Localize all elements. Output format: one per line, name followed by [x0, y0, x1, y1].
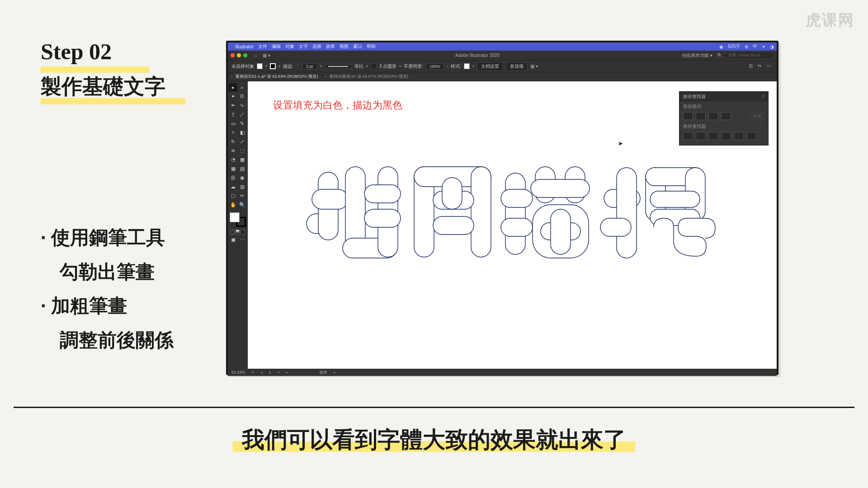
fill-swatch[interactable] [257, 63, 263, 69]
unite-button[interactable] [683, 112, 693, 120]
opacity-input[interactable]: 100% [426, 63, 444, 70]
menu-file[interactable]: 文件 [258, 43, 267, 50]
zoom-tool[interactable]: 🔍 [238, 201, 246, 209]
gradient-tool[interactable]: ▨ [238, 164, 246, 173]
artboard-nav[interactable]: 1 [269, 370, 271, 375]
close-button[interactable] [231, 53, 235, 57]
shape-builder-tool[interactable]: ◔ [229, 155, 237, 164]
record-icon[interactable]: ◉ [719, 44, 723, 49]
outline-button[interactable] [734, 132, 744, 140]
curvature-tool[interactable]: ∿ [238, 101, 246, 110]
step-subtitle: 製作基礎文字 [41, 73, 217, 101]
edit-toolbar[interactable]: ⋯ [238, 235, 246, 244]
trim-button[interactable] [696, 132, 706, 140]
scale-tool[interactable]: ⤢ [238, 137, 246, 146]
align-icon[interactable]: ▦ ▾ [530, 64, 538, 69]
menu-type[interactable]: 文字 [299, 43, 308, 50]
status-icon[interactable]: ◑ [770, 44, 774, 49]
lasso-tool[interactable]: ʘ [238, 92, 246, 101]
svg-rect-16 [501, 218, 533, 236]
watermark: 虎课网 [806, 10, 854, 31]
line-tool[interactable]: ／ [238, 110, 246, 119]
hand-tool[interactable]: ✋ [229, 201, 237, 209]
doc-setup-button[interactable]: 文档设置 [477, 62, 503, 71]
pathfinder-title: 路径查找器 [683, 94, 706, 100]
tab-1[interactable]: 案例演示01-1.ai* @ 62.63% (RGB/GPU 预览) [236, 74, 318, 80]
ctrl-icon-3[interactable]: ▭ [767, 63, 773, 70]
selection-tool[interactable]: ▸ [229, 83, 237, 92]
type-tool[interactable]: T [229, 110, 237, 119]
status-bar: 62.63% ▾ ◂ 1 ▾ ▸ 选择 ▸ [228, 369, 777, 376]
stroke-profile[interactable] [325, 64, 352, 69]
graph-tool[interactable]: ▥ [238, 183, 246, 191]
menu-edit[interactable]: 编辑 [272, 43, 281, 50]
style-swatch[interactable] [464, 63, 470, 69]
panel-menu-icon[interactable]: ≡ [762, 94, 764, 100]
slice-tool[interactable]: ✂ [238, 192, 246, 200]
home-icon[interactable]: ⌂ [255, 53, 257, 58]
expand-button[interactable]: 扩展 [750, 113, 764, 120]
ctrl-icon-1[interactable]: ▥ [749, 63, 755, 70]
shaper-tool[interactable]: ✧ [229, 128, 237, 137]
prefs-button[interactable]: 首选项 [506, 62, 528, 71]
menu-select[interactable]: 选择 [312, 43, 321, 50]
menu-view[interactable]: 视图 [340, 43, 349, 50]
status-selection: 选择 [319, 370, 327, 375]
mesh-tool[interactable]: ▦ [229, 164, 237, 173]
zoom-level[interactable]: 62.63% [231, 370, 245, 375]
wifi-icon[interactable]: ⊕ [745, 44, 748, 49]
corner-icon[interactable] [371, 63, 377, 69]
rect-tool[interactable]: ▭ [229, 119, 237, 128]
minimize-button[interactable] [237, 53, 241, 57]
crop-button[interactable] [721, 132, 731, 140]
perspective-tool[interactable]: ▩ [238, 155, 246, 164]
direct-select-tool[interactable]: ▹ [238, 83, 246, 92]
pathfinder-panel[interactable]: 路径查找器≡ 形状模式: 扩展 路径查找器: [679, 91, 769, 145]
ctrl-icon-2[interactable]: ⇆ [758, 63, 764, 70]
tab-2[interactable]: 教程09案例.ai* @ 66.67% (RGB/GPU 预览) [330, 74, 408, 80]
stroke-width-input[interactable]: 2 pt [302, 63, 317, 70]
minus-back-button[interactable] [746, 132, 756, 140]
tab-close-1[interactable]: × [231, 75, 233, 79]
screen-mode-tool[interactable]: ▣ [229, 235, 237, 244]
canvas[interactable]: 设置填充为白色，描边为黑色 ➤ [248, 81, 777, 369]
ime-icon[interactable]: 中 [753, 43, 757, 50]
zoom-button[interactable] [243, 53, 247, 57]
free-transform-tool[interactable]: ⬚ [238, 146, 246, 155]
brush-tool[interactable]: ✎ [238, 119, 246, 128]
pathfinders-label: 路径查找器: [679, 122, 768, 131]
magic-wand-tool[interactable]: ✦ [229, 92, 237, 101]
rotate-tool[interactable]: ↻ [229, 137, 237, 146]
menu-window[interactable]: 窗口 [353, 43, 362, 50]
traffic-lights[interactable] [231, 53, 247, 57]
minus-front-button[interactable] [696, 112, 706, 120]
fill-stroke-indicator[interactable] [230, 212, 246, 227]
symbol-tool[interactable]: ☁ [229, 183, 237, 191]
artboard-tool[interactable]: ▢ [229, 192, 237, 200]
search-input[interactable]: 搜索 Adobe Stock [724, 52, 774, 59]
pen-tool[interactable]: ✒ [229, 101, 237, 110]
blend-tool[interactable]: ◉ [238, 174, 246, 182]
eyedropper-tool[interactable]: ⦿ [229, 174, 237, 182]
wechat-icon[interactable]: ✦ [762, 44, 765, 49]
color-mode-row[interactable] [230, 230, 245, 235]
intersect-button[interactable] [708, 112, 718, 120]
svg-rect-6 [364, 185, 401, 203]
step-title-block: Step 02 製作基礎文字 [41, 38, 217, 101]
arrange-icon[interactable]: ▦ ▾ [263, 53, 270, 58]
eraser-tool[interactable]: ◧ [238, 128, 246, 137]
divide-button[interactable] [683, 132, 693, 140]
svg-rect-12 [433, 216, 474, 235]
stroke-swatch[interactable] [270, 63, 276, 69]
exclude-button[interactable] [721, 112, 731, 120]
width-tool[interactable]: ≋ [229, 146, 237, 155]
menu-help[interactable]: 帮助 [367, 43, 376, 50]
tab-close-2[interactable]: × [324, 75, 326, 79]
menu-object[interactable]: 对象 [285, 43, 294, 50]
mac-menubar[interactable]: Illustrator 文件 编辑 对象 文字 选择 效果 视图 窗口 帮助 ◉… [228, 42, 777, 51]
svg-rect-7 [364, 209, 401, 227]
workspace-dropdown[interactable]: 传统基本功能 ▾ [682, 52, 712, 59]
merge-button[interactable] [708, 132, 718, 140]
menu-effect[interactable]: 效果 [326, 43, 335, 50]
menubar-app[interactable]: Illustrator [235, 44, 254, 49]
